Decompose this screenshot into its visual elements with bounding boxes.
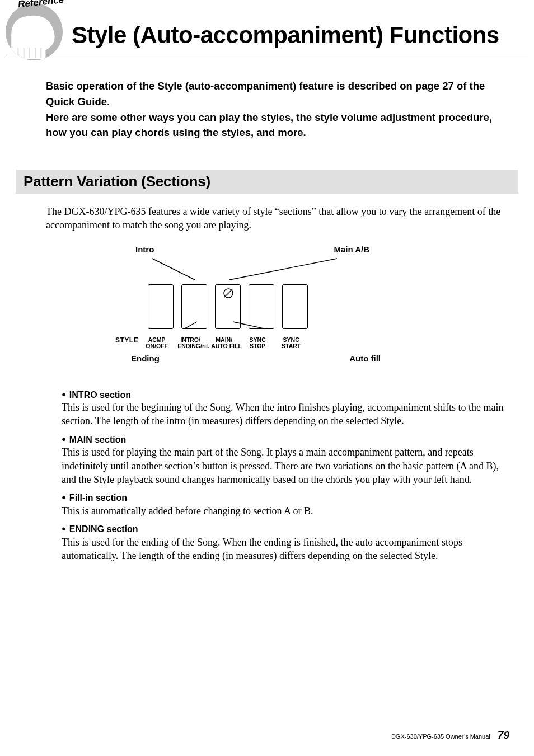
page-footer: DGX-630/YPG-635 Owner’s Manual 79 xyxy=(391,729,509,741)
intro-paragraph: Basic operation of the Style (auto-accom… xyxy=(6,57,528,140)
bullet-icon: ● xyxy=(62,492,66,503)
diagram-top-right: Main A/B xyxy=(334,245,369,254)
desc-head-intro: ●INTRO section xyxy=(62,389,508,401)
diagram-wrap: Intro Main A/B xyxy=(6,245,528,363)
diagram: Intro Main A/B xyxy=(113,245,421,363)
btn-main-autofill xyxy=(215,284,241,329)
desc-body-main: This is used for playing the main part o… xyxy=(62,445,508,486)
btn-intro-ending xyxy=(181,284,207,329)
desc-head-main: ●MAIN section xyxy=(62,434,508,446)
title-row: Style (Auto-accompaniment) Functions xyxy=(6,6,528,57)
desc-head-ending-text: ENDING section xyxy=(69,524,138,534)
bullet-icon: ● xyxy=(62,434,66,444)
section-intro: The DGX-630/YPG-635 features a wide vari… xyxy=(6,194,528,232)
btn-acmp xyxy=(148,284,174,329)
section-heading: Pattern Variation (Sections) xyxy=(16,170,518,194)
diagram-panel: STYLE ACMP ON/OFF INTRO/ ENDING/rit. MAI… xyxy=(113,257,421,329)
btn-label-0: ACMP ON/OFF xyxy=(144,337,170,349)
desc-head-intro-text: INTRO section xyxy=(69,390,131,400)
bullet-icon: ● xyxy=(62,524,66,534)
page-title: Style (Auto-accompaniment) Functions xyxy=(72,22,499,49)
section-descriptions: ●INTRO section This is used for the begi… xyxy=(6,363,528,563)
diagram-label-row: STYLE ACMP ON/OFF INTRO/ ENDING/rit. MAI… xyxy=(113,337,421,349)
desc-head-main-text: MAIN section xyxy=(69,435,126,444)
diagram-bottom-left: Ending xyxy=(131,354,160,363)
btn-sync-start xyxy=(282,284,308,329)
desc-body-ending: This is used for the ending of the Song.… xyxy=(62,536,508,563)
btn-label-4: SYNC START xyxy=(278,337,304,349)
diagram-top-left: Intro xyxy=(135,245,154,254)
footer-text: DGX-630/YPG-635 Owner’s Manual xyxy=(391,733,490,740)
desc-body-intro: This is used for the beginning of the So… xyxy=(62,401,508,428)
desc-head-fillin: ●Fill-in section xyxy=(62,492,508,504)
btn-label-2: MAIN/ AUTO FILL xyxy=(211,337,237,349)
diagram-buttons xyxy=(148,284,316,329)
btn-label-3: SYNC STOP xyxy=(245,337,270,349)
btn-sync-stop xyxy=(249,284,274,329)
diagram-bottom-right: Auto fill xyxy=(349,354,381,363)
piano-icon xyxy=(6,3,63,60)
style-label: STYLE xyxy=(115,337,138,344)
desc-head-fillin-text: Fill-in section xyxy=(69,493,127,503)
badge-circle xyxy=(6,3,63,60)
desc-head-ending: ●ENDING section xyxy=(62,523,508,536)
intro-text: Basic operation of the Style (auto-accom… xyxy=(46,80,492,138)
btn-label-1: INTRO/ ENDING/rit. xyxy=(177,337,203,349)
bullet-icon: ● xyxy=(62,389,66,400)
reference-badge: Reference xyxy=(6,0,73,59)
page-number: 79 xyxy=(498,729,509,741)
diagram-top-labels: Intro Main A/B xyxy=(113,245,421,257)
desc-body-fillin: This is automatically added before chang… xyxy=(62,504,508,518)
